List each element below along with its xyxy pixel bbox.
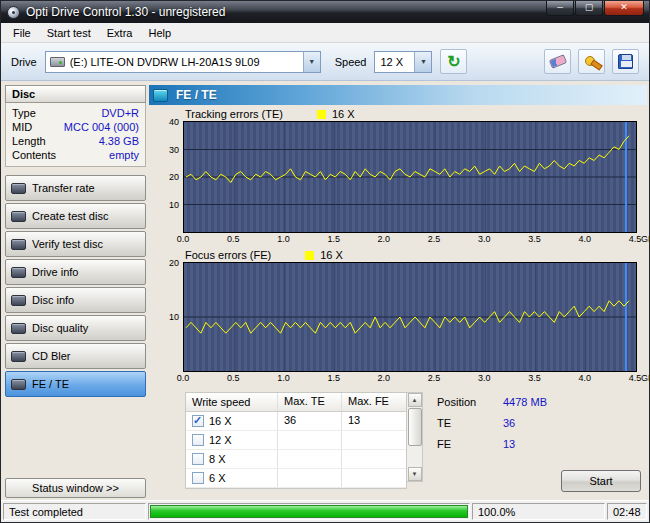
status-window-button[interactable]: Status window >> xyxy=(5,478,146,498)
write-speed-checkbox[interactable] xyxy=(192,434,204,446)
status-bar: Test completed 100.0% 02:48 xyxy=(1,500,649,522)
te-readout: TE 36 xyxy=(437,417,647,429)
chevron-down-icon[interactable] xyxy=(303,52,320,72)
write-speed-checkbox[interactable] xyxy=(192,415,204,427)
sidebar-item-disc-quality[interactable]: Disc quality xyxy=(5,315,146,341)
write-speed-value: 6 X xyxy=(209,472,226,484)
table-scrollbar[interactable] xyxy=(407,392,423,482)
x-tick-label: 1.5 xyxy=(323,234,345,244)
disc-mid-label: MID xyxy=(12,121,32,133)
disc-info-icon xyxy=(11,295,26,306)
disc-info-row-length: Length 4.38 GB xyxy=(6,134,145,148)
y-tick-label: 20 xyxy=(153,258,179,268)
x-axis-unit: GB xyxy=(641,234,650,244)
x-tick-label: 3.0 xyxy=(473,373,495,383)
fe-chart-title-row: Focus errors (FE) 16 X xyxy=(185,248,647,262)
status-text: Test completed xyxy=(3,503,146,520)
create-test-disc-icon xyxy=(11,211,26,222)
scroll-down-icon[interactable] xyxy=(408,467,422,481)
x-axis-unit: GB xyxy=(641,373,650,383)
elapsed-time: 02:48 xyxy=(607,503,647,520)
sidebar: Disc Type DVD+R MID MCC 004 (000) Length… xyxy=(5,85,146,498)
col-write-speed: Write speed xyxy=(186,393,278,411)
minimize-button[interactable] xyxy=(546,1,574,16)
window-controls xyxy=(546,1,644,16)
progress-fill xyxy=(150,505,468,518)
disc-contents-label: Contents xyxy=(12,149,56,161)
write-speed-table: Write speed Max. TE Max. FE 16 X 36 13 1… xyxy=(185,392,407,489)
scroll-up-icon[interactable] xyxy=(408,393,422,407)
save-results-button[interactable] xyxy=(612,49,639,74)
sidebar-nav: Transfer rate Create test disc Verify te… xyxy=(5,175,146,397)
write-speed-checkbox[interactable] xyxy=(192,472,204,484)
sidebar-item-label: FE / TE xyxy=(32,378,69,390)
te-chart-title: Tracking errors (TE) xyxy=(185,108,283,120)
y-tick-label: 40 xyxy=(153,117,179,127)
sidebar-item-create-test-disc[interactable]: Create test disc xyxy=(5,203,146,229)
verify-test-disc-icon xyxy=(11,239,26,250)
fe-te-header-icon xyxy=(153,89,168,102)
fe-y-axis-labels: 1020 xyxy=(149,262,183,370)
sidebar-item-label: Transfer rate xyxy=(32,182,95,194)
refresh-icon xyxy=(447,54,460,70)
x-tick-label: 4.0 xyxy=(574,234,596,244)
x-tick-label: 0.5 xyxy=(222,373,244,383)
scrollbar-thumb[interactable] xyxy=(408,408,422,446)
x-tick-label: 2.0 xyxy=(373,373,395,383)
refresh-drives-button[interactable] xyxy=(440,49,467,74)
erase-disc-button[interactable] xyxy=(544,49,571,74)
menu-start-test[interactable]: Start test xyxy=(39,24,99,42)
sidebar-item-disc-info[interactable]: Disc info xyxy=(5,287,146,313)
options-button[interactable] xyxy=(578,49,605,74)
x-tick-label: 2.0 xyxy=(373,234,395,244)
sidebar-item-verify-test-disc[interactable]: Verify test disc xyxy=(5,231,146,257)
drive-select-value: (E:) LITE-ON DVDRW LH-20A1S 9L09 xyxy=(65,56,303,68)
fe-te-header: FE / TE xyxy=(149,85,647,105)
speed-select[interactable]: 12 X xyxy=(374,51,432,73)
write-speed-checkbox[interactable] xyxy=(192,453,204,465)
main-panel: FE / TE Tracking errors (TE) 16 X 102030… xyxy=(149,85,647,498)
sidebar-item-fe-te[interactable]: FE / TE xyxy=(5,371,146,397)
max-te-value xyxy=(278,450,342,468)
page-title: FE / TE xyxy=(176,88,217,102)
legend-swatch-icon xyxy=(305,251,314,260)
disc-mid-value: MCC 004 (000) xyxy=(64,121,139,133)
write-speed-value: 12 X xyxy=(209,434,232,446)
x-tick-label: 2.5 xyxy=(423,234,445,244)
x-tick-label: 2.5 xyxy=(423,373,445,383)
x-tick-label: 3.0 xyxy=(473,234,495,244)
position-label: Position xyxy=(437,396,503,408)
sidebar-item-transfer-rate[interactable]: Transfer rate xyxy=(5,175,146,201)
progress-bar xyxy=(148,503,470,520)
te-chart-title-row: Tracking errors (TE) 16 X xyxy=(185,107,647,121)
toolbar: Drive (E:) LITE-ON DVDRW LH-20A1S 9L09 S… xyxy=(1,43,649,81)
table-header: Write speed Max. TE Max. FE xyxy=(186,393,406,412)
sidebar-item-drive-info[interactable]: Drive info xyxy=(5,259,146,285)
menu-extra[interactable]: Extra xyxy=(99,24,141,42)
disc-info-row-contents: Contents empty xyxy=(6,148,145,162)
legend-swatch-icon xyxy=(317,110,326,119)
te-y-axis-labels: 10203040 xyxy=(149,121,183,231)
x-tick-label: 0.0 xyxy=(172,234,194,244)
menu-bar: File Start test Extra Help xyxy=(1,23,649,43)
menu-help[interactable]: Help xyxy=(140,24,179,42)
fe-plot-area xyxy=(183,262,637,372)
drive-select[interactable]: (E:) LITE-ON DVDRW LH-20A1S 9L09 xyxy=(45,51,321,73)
app-window: Opti Drive Control 1.30 - unregistered F… xyxy=(0,0,650,523)
sidebar-item-label: Verify test disc xyxy=(32,238,103,250)
maximize-button[interactable] xyxy=(575,1,603,16)
position-value: 4478 MB xyxy=(503,396,547,408)
te-legend-label: 16 X xyxy=(332,108,355,120)
write-speed-value: 16 X xyxy=(209,415,232,427)
readout-panel: Position 4478 MB TE 36 FE 13 Start xyxy=(437,392,647,492)
write-speed-value: 8 X xyxy=(209,453,226,465)
sidebar-item-label: Disc info xyxy=(32,294,74,306)
drive-label: Drive xyxy=(11,56,37,68)
table-row: 6 X xyxy=(186,469,406,488)
drive-icon xyxy=(50,57,65,67)
close-button[interactable] xyxy=(604,1,644,16)
sidebar-item-cd-bler[interactable]: CD Bler xyxy=(5,343,146,369)
chevron-down-icon[interactable] xyxy=(414,52,431,72)
menu-file[interactable]: File xyxy=(5,24,39,42)
start-button[interactable]: Start xyxy=(561,470,641,492)
